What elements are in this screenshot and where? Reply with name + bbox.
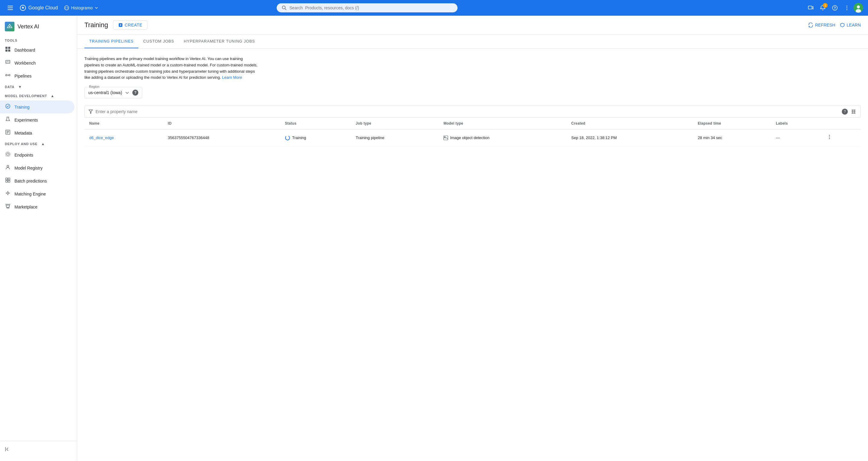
sidebar-item-pipelines[interactable]: Pipelines bbox=[0, 69, 74, 82]
training-icon bbox=[5, 104, 11, 110]
filter-bar[interactable]: ? bbox=[84, 106, 861, 118]
training-table: Name ID Status Job type Model type Creat… bbox=[84, 118, 861, 146]
refresh-label: REFRESH bbox=[815, 23, 835, 27]
search-input[interactable] bbox=[289, 5, 453, 10]
table: Name ID Status Job type Model type Creat… bbox=[84, 118, 861, 146]
pipelines-icon bbox=[5, 73, 11, 79]
workbench-icon bbox=[5, 59, 11, 66]
create-button[interactable]: CREATE bbox=[113, 21, 148, 30]
col-elapsed-time: Elapsed time bbox=[693, 118, 771, 129]
search-bar[interactable] bbox=[277, 3, 458, 12]
region-help-icon[interactable]: ? bbox=[132, 90, 138, 96]
matching-engine-icon bbox=[5, 191, 11, 197]
product-logo: Vertex AI bbox=[0, 19, 77, 36]
svg-point-42 bbox=[7, 192, 9, 194]
learn-label: LEARN bbox=[846, 23, 861, 27]
svg-point-15 bbox=[857, 5, 860, 8]
header-actions: REFRESH LEARN bbox=[808, 23, 861, 27]
sidebar-item-dashboard-label: Dashboard bbox=[14, 48, 35, 53]
sidebar-item-endpoints[interactable]: Endpoints bbox=[0, 148, 74, 162]
product-name: Vertex AI bbox=[18, 24, 39, 30]
sidebar-item-marketplace-label: Marketplace bbox=[14, 205, 37, 209]
sidebar-item-experiments[interactable]: Experiments bbox=[0, 113, 74, 126]
notification-count: 1 bbox=[823, 3, 828, 8]
col-name: Name bbox=[84, 118, 163, 129]
help-btn[interactable]: ? bbox=[830, 2, 840, 13]
svg-point-64 bbox=[829, 138, 830, 139]
endpoints-icon bbox=[5, 151, 11, 159]
sidebar-item-workbench-label: Workbench bbox=[14, 61, 36, 65]
filter-right: ? bbox=[842, 108, 857, 115]
main-content: Training CREATE REFRESH bbox=[77, 16, 868, 461]
page-header: Training CREATE REFRESH bbox=[77, 16, 868, 35]
page-title: Training bbox=[84, 21, 108, 29]
table-header-row: Name ID Status Job type Model type Creat… bbox=[84, 118, 861, 129]
collapse-sidebar-icon bbox=[5, 446, 10, 452]
sidebar-item-model-registry[interactable]: Model Registry bbox=[0, 162, 74, 174]
col-created: Created bbox=[566, 118, 693, 129]
refresh-icon bbox=[808, 23, 813, 27]
more-options-icon bbox=[844, 5, 850, 11]
filter-input[interactable] bbox=[96, 109, 839, 114]
columns-icon[interactable] bbox=[850, 108, 857, 115]
svg-point-26 bbox=[6, 75, 7, 76]
create-button-label: CREATE bbox=[125, 23, 143, 27]
sidebar-bottom bbox=[0, 441, 77, 457]
svg-point-35 bbox=[7, 153, 9, 155]
sidebar-item-marketplace[interactable]: Marketplace bbox=[0, 200, 74, 213]
model-dev-chevron-icon: ▲ bbox=[51, 94, 55, 98]
project-icon bbox=[64, 5, 69, 10]
sidebar-item-training[interactable]: Training bbox=[0, 100, 74, 113]
svg-rect-40 bbox=[6, 180, 7, 182]
notification-badge[interactable]: 1 bbox=[817, 2, 828, 13]
sidebar-item-workbench[interactable]: Workbench bbox=[0, 56, 74, 69]
more-options-btn[interactable] bbox=[841, 2, 852, 13]
refresh-button[interactable]: REFRESH bbox=[808, 23, 835, 27]
tab-training-pipelines[interactable]: TRAINING PIPELINES bbox=[84, 35, 138, 48]
sidebar-item-metadata[interactable]: Metadata bbox=[0, 126, 74, 139]
region-dropdown-icon[interactable] bbox=[124, 90, 130, 95]
svg-point-6 bbox=[282, 6, 285, 9]
support-icon-btn[interactable] bbox=[805, 2, 816, 13]
svg-rect-38 bbox=[6, 178, 7, 180]
cell-created: Sep 18, 2022, 1:38:12 PM bbox=[566, 129, 693, 146]
pipeline-name-link[interactable]: d6_dice_edge bbox=[89, 136, 114, 140]
table-head: Name ID Status Job type Model type Creat… bbox=[84, 118, 861, 129]
learn-button[interactable]: LEARN bbox=[840, 23, 861, 27]
model-type-cell: Image object detection bbox=[443, 136, 561, 140]
tab-hyperparameter-tuning-jobs[interactable]: HYPERPARAMETER TUNING JOBS bbox=[179, 35, 260, 48]
model-dev-section-header[interactable]: MODEL DEVELOPMENT ▲ bbox=[0, 91, 77, 100]
svg-text:?: ? bbox=[834, 6, 836, 10]
sidebar-item-matching-engine-label: Matching Engine bbox=[14, 192, 46, 196]
sidebar-item-matching-engine[interactable]: Matching Engine bbox=[0, 188, 74, 200]
svg-point-17 bbox=[9, 26, 10, 27]
tab-custom-jobs[interactable]: CUSTOM JOBS bbox=[138, 35, 179, 48]
svg-point-13 bbox=[846, 9, 847, 10]
svg-rect-21 bbox=[8, 50, 10, 52]
tab-hyperparameter-label: HYPERPARAMETER TUNING JOBS bbox=[184, 39, 255, 44]
region-selector[interactable]: Region us-central1 (Iowa) ? bbox=[84, 87, 142, 98]
sidebar-item-batch-predictions[interactable]: Batch predictions bbox=[0, 174, 74, 188]
deploy-section-header[interactable]: DEPLOY AND USE ▲ bbox=[0, 139, 77, 148]
col-model-type: Model type bbox=[438, 118, 566, 129]
project-selector[interactable]: Histogramo bbox=[61, 4, 101, 12]
status-training-icon bbox=[285, 135, 290, 141]
deploy-chevron-icon: ▲ bbox=[41, 142, 45, 146]
marketplace-icon bbox=[5, 203, 11, 210]
data-section-toggle[interactable]: DATA ▼ bbox=[0, 82, 77, 91]
learn-icon bbox=[840, 23, 845, 27]
tab-custom-jobs-label: CUSTOM JOBS bbox=[143, 39, 174, 44]
filter-help-icon[interactable]: ? bbox=[842, 109, 848, 115]
dashboard-icon bbox=[5, 47, 11, 53]
sidebar-item-dashboard[interactable]: Dashboard bbox=[0, 44, 74, 56]
svg-rect-18 bbox=[5, 47, 7, 49]
help-icon: ? bbox=[832, 5, 838, 11]
deploy-label: DEPLOY AND USE bbox=[5, 142, 37, 146]
avatar[interactable] bbox=[854, 3, 863, 13]
svg-marker-53 bbox=[89, 110, 93, 113]
row-more-actions-btn[interactable] bbox=[826, 133, 833, 142]
collapse-sidebar-btn[interactable] bbox=[0, 443, 77, 455]
model-type-text: Image object detection bbox=[450, 136, 490, 140]
hamburger-menu[interactable] bbox=[5, 2, 16, 13]
learn-more-link[interactable]: Learn More bbox=[222, 75, 242, 80]
